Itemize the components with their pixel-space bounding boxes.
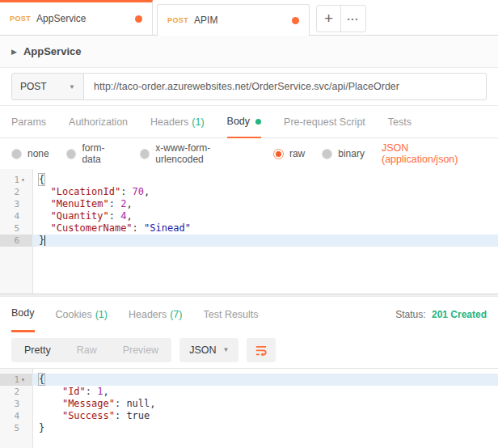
code-text: "MenuItem": 2, [32, 198, 498, 210]
fold-toggle-icon[interactable]: ▾ [21, 174, 28, 186]
line-number: 2 [14, 186, 19, 198]
code-token [39, 410, 62, 421]
code-text: "Id": 1, [32, 386, 498, 398]
code-token [39, 210, 50, 222]
code-text: "Success": true [32, 410, 498, 422]
code-line: 2▾ "LocationId": 70, [0, 186, 498, 198]
tab-authorization[interactable]: Authorization [69, 106, 128, 138]
code-line: 4▾ "Success": true [0, 410, 498, 422]
tab-actions: + ••• [316, 5, 366, 32]
tab-method-label: POST [167, 16, 188, 24]
code-token: : [115, 398, 126, 409]
tab-title: APIM [194, 15, 217, 26]
tab-tests[interactable]: Tests [388, 106, 411, 138]
line-number: 3 [14, 398, 19, 410]
unsaved-dot-icon [135, 15, 142, 23]
line-gutter: 1▾ [0, 174, 32, 186]
response-body-viewer[interactable]: 1▾{2▾ "Id": 1,3▾ "Message": null,4▾ "Suc… [0, 369, 498, 448]
code-line: 1▾{ [0, 174, 498, 186]
line-gutter: 1▾ [0, 374, 32, 386]
line-number: 1 [14, 174, 19, 186]
view-mode-raw[interactable]: Raw [64, 338, 110, 362]
view-mode-preview[interactable]: Preview [110, 338, 171, 362]
tab-label: Authorization [69, 107, 128, 137]
body-mode-x-www-form-urlencoded[interactable]: x-www-form-urlencoded [140, 142, 256, 165]
line-number: 5 [14, 422, 19, 434]
tab-cookies[interactable]: Cookies(1) [56, 297, 108, 332]
line-gutter: 4▾ [0, 210, 32, 222]
method-select[interactable]: POST ▼ [11, 73, 84, 100]
new-tab-button[interactable]: + [317, 6, 341, 32]
body-has-content-dot-icon [255, 119, 261, 125]
line-gutter: 5▾ [0, 222, 32, 235]
tab-options-icon[interactable]: ••• [341, 6, 365, 32]
code-token: } [39, 235, 44, 246]
collection-header[interactable]: ▶ AppService [0, 36, 498, 68]
line-gutter: 5▾ [0, 422, 32, 434]
request-url-row: POST ▼ [0, 68, 498, 106]
code-token [39, 186, 50, 197]
fold-toggle-icon[interactable]: ▾ [21, 374, 28, 386]
code-token: "Quantity" [50, 210, 108, 222]
line-number: 4 [14, 210, 19, 222]
request-tab-apim[interactable]: POSTAPIM [157, 4, 310, 36]
wrap-text-icon [254, 343, 268, 357]
code-token: , [126, 210, 132, 222]
tab-label: Test Results [203, 298, 258, 332]
code-token [39, 198, 50, 209]
tab-count-badge: (1) [95, 298, 108, 332]
chevron-down-icon: ▼ [222, 338, 229, 362]
body-mode-binary[interactable]: binary [322, 148, 365, 159]
response-language-select[interactable]: JSON ▼ [179, 338, 238, 362]
line-gutter: 3▾ [0, 398, 32, 410]
code-token: "LocationId" [50, 186, 120, 197]
content-type-select[interactable]: JSON (application/json) [382, 142, 487, 165]
tab-body[interactable]: Body [11, 297, 35, 332]
tab-label: Headers [150, 107, 188, 137]
code-line: 3▾ "MenuItem": 2, [0, 198, 498, 210]
request-body-editor[interactable]: 1▾{2▾ "LocationId": 70,3▾ "MenuItem": 2,… [0, 169, 498, 294]
line-number: 1 [14, 374, 19, 386]
tab-params[interactable]: Params [11, 106, 46, 138]
code-text: { [32, 374, 498, 386]
code-line: 4▾ "Quantity": 4, [0, 210, 498, 222]
response-toolbar: PrettyRawPreview JSON ▼ [0, 332, 498, 369]
body-mode-raw[interactable]: raw [273, 148, 305, 159]
tab-headers[interactable]: Headers(1) [150, 106, 205, 138]
tab-body[interactable]: Body [227, 106, 262, 138]
code-text: } [32, 422, 498, 434]
response-header: BodyCookies(1)Headers(7)Test Results Sta… [0, 297, 498, 332]
view-mode-pretty[interactable]: Pretty [11, 338, 64, 362]
body-mode-form-data[interactable]: form-data [66, 142, 123, 165]
code-line: 2▾ "Id": 1, [0, 386, 498, 398]
tab-pre-request-script[interactable]: Pre-request Script [284, 106, 365, 138]
tab-label: Body [11, 297, 35, 330]
body-mode-label: binary [338, 148, 365, 159]
status-label: Status: [395, 309, 425, 320]
code-token: null [126, 398, 150, 409]
code-token: "Id" [62, 386, 86, 397]
tab-headers[interactable]: Headers(7) [129, 297, 183, 332]
code-line: 5▾ "CustomerName": "Sinead" [0, 222, 498, 235]
line-number: 6 [14, 235, 19, 247]
code-token: { [39, 374, 44, 385]
request-tab-appservice[interactable]: POSTAppService [0, 0, 153, 35]
tab-label: Body [227, 106, 251, 137]
radio-icon [140, 149, 150, 159]
request-sub-tabs: ParamsAuthorizationHeaders(1)BodyPre-req… [0, 106, 498, 138]
code-text: "Message": null, [32, 398, 498, 410]
code-text: { [32, 174, 498, 186]
url-input[interactable] [84, 73, 487, 100]
body-mode-none[interactable]: none [11, 148, 49, 159]
code-token: : [120, 186, 132, 197]
tab-test-results[interactable]: Test Results [203, 297, 258, 332]
code-token [39, 398, 62, 409]
code-line: 1▾{ [0, 374, 498, 386]
wrap-text-button[interactable] [247, 338, 276, 362]
collection-name: AppService [23, 45, 82, 57]
tab-label: Pre-request Script [284, 107, 365, 137]
status-value: 201 Created [432, 309, 487, 320]
response-language-value: JSON [189, 338, 216, 362]
collapse-caret-icon[interactable]: ▶ [11, 48, 17, 56]
tab-label: Params [11, 107, 46, 137]
